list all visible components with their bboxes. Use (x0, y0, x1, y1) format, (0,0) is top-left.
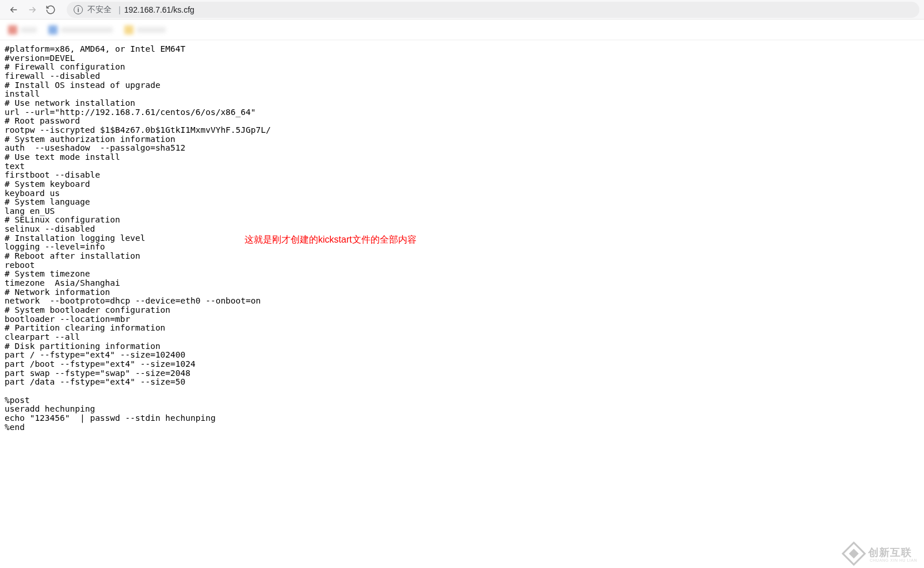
bookmark-item[interactable] (45, 25, 116, 34)
watermark: 创新互联 CHUANG XIN HU LIAN (845, 545, 917, 562)
bookmark-item[interactable] (5, 25, 40, 34)
annotation-text: 这就是刚才创建的kickstart文件的全部内容 (245, 234, 417, 246)
reload-button[interactable] (41, 2, 60, 18)
bookmark-item[interactable] (121, 25, 169, 34)
page-content: #platform=x86, AMD64, or Intel EM64T #ve… (0, 40, 924, 436)
info-icon: i (74, 5, 83, 14)
watermark-logo-icon (842, 542, 866, 566)
reload-icon (45, 5, 56, 15)
kickstart-file-text: #platform=x86, AMD64, or Intel EM64T #ve… (5, 45, 919, 432)
address-bar[interactable]: i 不安全 | 192.168.7.61/ks.cfg (67, 2, 919, 18)
separator: | (119, 5, 121, 14)
watermark-subtext: CHUANG XIN HU LIAN (869, 558, 917, 562)
arrow-right-icon (27, 5, 37, 15)
forward-button[interactable] (23, 2, 41, 18)
url-text: 192.168.7.61/ks.cfg (124, 5, 194, 14)
watermark-text: 创新互联 (868, 546, 912, 559)
arrow-left-icon (9, 5, 19, 15)
browser-toolbar: i 不安全 | 192.168.7.61/ks.cfg (0, 0, 924, 20)
security-label: 不安全 (87, 5, 112, 15)
bookmarks-bar (0, 20, 924, 40)
back-button[interactable] (5, 2, 23, 18)
